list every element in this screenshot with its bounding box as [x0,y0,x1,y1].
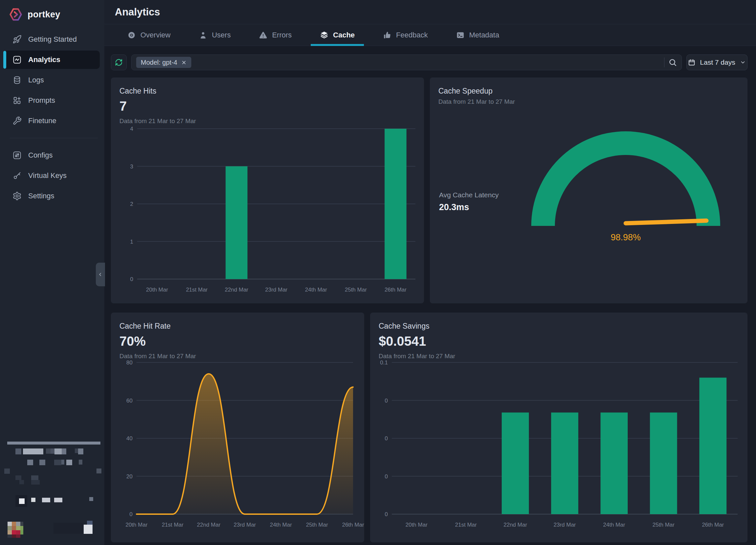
sidebar-item-getting-started[interactable]: Getting Started [4,30,100,49]
card-value: $0.0541 [379,334,739,349]
sidebar-item-configs[interactable]: Configs [4,146,100,164]
sidebar-item-virtual-keys[interactable]: Virtual Keys [4,166,100,185]
redacted-pixel [46,449,51,454]
svg-text:20: 20 [126,473,133,480]
svg-text:24th Mar: 24th Mar [305,287,327,293]
redacted-pixel [54,498,62,502]
tab-label: Users [212,31,231,39]
redacted-pixel [8,526,12,530]
database-icon [12,75,22,85]
cache-hits-card: Cache Hits 7 Data from 21 Mar to 27 Mar … [111,77,424,304]
card-title: Cache Hit Rate [119,322,356,331]
svg-text:80: 80 [126,360,133,366]
tab-errors[interactable]: Errors [250,24,301,46]
chevron-down-icon [740,59,746,65]
redacted-pixel [39,460,45,465]
redacted-pixel [61,460,64,465]
redacted-pixel [19,480,24,484]
redacted-pixel [12,522,16,526]
svg-text:21st Mar: 21st Mar [186,287,208,293]
svg-text:24th Mar: 24th Mar [270,522,292,528]
svg-text:2: 2 [130,201,133,207]
redacted-pixel [16,522,20,526]
svg-text:0: 0 [385,473,388,480]
gear-icon [12,191,22,200]
sliders-icon [12,151,22,160]
sidebar-nav: Getting Started Analytics Logs Prompts F… [0,30,100,205]
tab-feedback[interactable]: Feedback [374,24,437,46]
cache-hits-bar-chart[interactable]: 0123420th Mar21st Mar22nd Mar23rd Mar24t… [111,123,424,304]
wrench-icon [12,116,22,125]
redacted-pixel [31,475,38,480]
sidebar-item-prompts[interactable]: Prompts [4,91,100,110]
cache-speedup-gauge[interactable]: 98.98% [430,77,747,304]
cache-savings-bar-chart[interactable]: 00000.120th Mar21st Mar22nd Mar23rd Mar2… [370,359,747,542]
sidebar-item-finetune[interactable]: Finetune [4,112,100,130]
portkey-logo-icon [9,7,23,22]
sidebar-item-logs[interactable]: Logs [4,71,100,89]
svg-text:21st Mar: 21st Mar [162,522,183,528]
cards-row-2: Cache Hit Rate 70% Data from 21 Mar to 2… [111,313,747,542]
svg-text:26th Mar: 26th Mar [342,522,364,528]
refresh-button[interactable] [111,54,127,70]
thumbs-up-icon [383,31,391,39]
svg-text:24th Mar: 24th Mar [603,522,625,528]
redacted-pixel [7,442,100,445]
sidebar-item-settings[interactable]: Settings [4,187,100,205]
svg-text:26th Mar: 26th Mar [702,522,724,528]
filter-search-input[interactable]: Model: gpt-4 [131,54,682,70]
svg-text:0: 0 [385,435,388,442]
tab-label: Errors [272,31,292,39]
sidebar-item-analytics[interactable]: Analytics [4,51,100,69]
redacted-pixel [96,469,101,473]
sidebar-item-label: Configs [28,151,53,159]
svg-text:4: 4 [130,126,133,132]
layers-icon [320,31,328,39]
svg-text:0: 0 [385,398,388,404]
cache-hit-rate-area-chart[interactable]: 02040608020th Mar21st Mar22nd Mar23rd Ma… [111,359,364,542]
terminal-icon [456,31,465,39]
sidebar-collapse-button[interactable] [96,262,105,286]
svg-text:25th Mar: 25th Mar [345,287,367,293]
svg-text:23rd Mar: 23rd Mar [265,287,287,293]
tab-label: Overview [140,31,171,39]
logo[interactable]: portkey [0,7,100,22]
redacted-pixel [31,498,35,502]
card-value: 70% [119,334,356,349]
svg-text:23rd Mar: 23rd Mar [554,522,576,528]
key-icon [12,171,22,180]
rocket-icon [12,35,22,44]
cache-savings-card: Cache Savings $0.0541 Data from 21 Mar t… [370,313,747,542]
sidebar-item-label: Analytics [28,55,60,64]
chevron-left-icon [98,272,103,277]
redacted-pixel [12,526,16,530]
redacted-pixel [16,530,20,535]
filter-chip-model[interactable]: Model: gpt-4 [136,57,191,68]
svg-text:20th Mar: 20th Mar [406,522,428,528]
activity-icon [12,55,22,64]
tab-users[interactable]: Users [190,24,240,46]
tab-overview[interactable]: Overview [118,24,180,46]
redacted-pixel [53,523,84,534]
redacted-pixel [75,449,78,453]
svg-text:21st Mar: 21st Mar [455,522,477,528]
redacted-pixel [19,498,25,504]
redacted-pixel [78,449,83,454]
date-range-button[interactable]: Last 7 days [686,54,747,70]
tab-metadata[interactable]: Metadata [447,24,509,46]
sidebar: portkey Getting Started Analytics Logs P… [0,0,104,545]
tab-cache[interactable]: Cache [311,24,364,46]
close-icon[interactable] [181,60,187,65]
redacted-pixel [20,522,23,526]
search-icon[interactable] [668,58,677,67]
redacted-pixel [20,530,23,535]
redacted-pixel [79,460,82,465]
card-title: Cache Savings [379,322,739,331]
svg-text:60: 60 [126,398,133,404]
content-area: Model: gpt-4 Last 7 days Cache Hits [104,46,756,545]
input-divider [664,57,664,67]
refresh-icon [115,58,123,66]
svg-text:22nd Mar: 22nd Mar [197,522,221,528]
svg-text:0.1: 0.1 [380,360,388,366]
redacted-pixel [4,469,10,474]
